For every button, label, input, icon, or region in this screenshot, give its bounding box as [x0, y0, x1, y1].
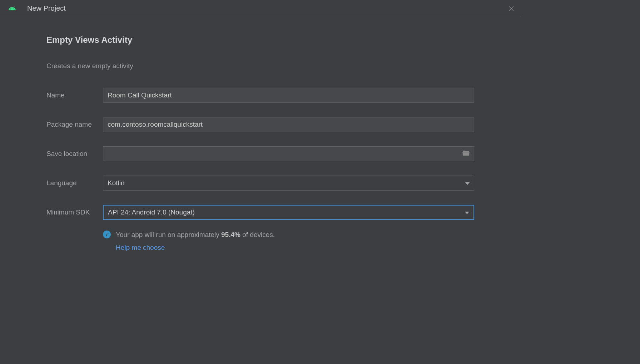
info-icon: i	[103, 231, 111, 238]
chevron-down-icon	[465, 179, 470, 187]
minimum-sdk-value: API 24: Android 7.0 (Nougat)	[108, 208, 195, 216]
minimum-sdk-select[interactable]: API 24: Android 7.0 (Nougat)	[103, 205, 474, 220]
help-me-choose-link[interactable]: Help me choose	[116, 244, 275, 252]
sdk-info-row: i Your app will run on approximately 95.…	[103, 230, 474, 252]
save-location-input[interactable]	[103, 146, 474, 161]
chevron-down-icon	[465, 208, 469, 216]
minimum-sdk-label: Minimum SDK	[46, 208, 103, 216]
save-location-label: Save location	[46, 150, 103, 158]
name-label: Name	[46, 91, 103, 99]
language-label: Language	[46, 179, 103, 187]
name-row: Name	[46, 88, 474, 103]
language-row: Language Kotlin	[46, 176, 474, 191]
package-name-label: Package name	[46, 121, 103, 128]
window-title: New Project	[27, 4, 66, 12]
content-area: Empty Views Activity Creates a new empty…	[0, 17, 521, 266]
sdk-coverage-text: Your app will run on approximately 95.4%…	[116, 230, 275, 240]
page-heading: Empty Views Activity	[46, 35, 474, 45]
package-name-row: Package name	[46, 117, 474, 132]
close-button[interactable]	[508, 5, 515, 12]
minimum-sdk-row: Minimum SDK API 24: Android 7.0 (Nougat)	[46, 205, 474, 220]
name-input[interactable]	[103, 88, 474, 103]
android-icon	[8, 4, 16, 13]
language-select[interactable]: Kotlin	[103, 176, 474, 191]
package-name-input[interactable]	[103, 117, 474, 132]
page-description: Creates a new empty activity	[46, 62, 474, 70]
save-location-row: Save location	[46, 146, 474, 161]
language-value: Kotlin	[108, 179, 125, 187]
titlebar: New Project	[0, 0, 521, 17]
